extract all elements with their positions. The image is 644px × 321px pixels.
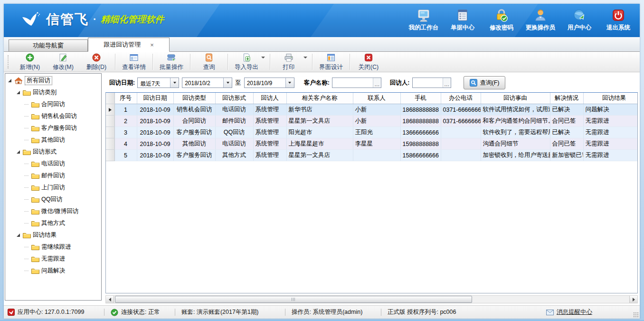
import-export-button[interactable]: 导入导出 <box>230 51 268 72</box>
table-cell[interactable]: 问题解决 <box>583 104 638 116</box>
table-cell[interactable]: 无需跟进 <box>583 127 638 138</box>
table-cell[interactable]: 合同已签 <box>550 116 583 127</box>
tree-item[interactable]: 电话回访 <box>5 158 101 170</box>
table-cell[interactable]: 4 <box>114 138 137 150</box>
column-header[interactable]: 序号 <box>114 93 137 104</box>
table-cell[interactable]: 星星第一文具店 <box>286 150 353 161</box>
table-cell[interactable]: 合同已签 <box>550 138 583 150</box>
resize-grip[interactable] <box>633 312 638 317</box>
table-cell[interactable]: 系统管理 <box>253 116 286 127</box>
column-header[interactable]: 回访类型 <box>173 93 215 104</box>
row-selector[interactable] <box>106 138 114 150</box>
tree-item[interactable]: QQ回访 <box>5 194 101 205</box>
tree-item[interactable]: 合同回访 <box>5 98 101 110</box>
ellipsis-lookup-icon[interactable]: … <box>373 78 381 88</box>
expand-triangle-icon[interactable] <box>17 91 20 94</box>
table-cell[interactable]: 2018-10-09 <box>137 116 173 127</box>
tree-item[interactable]: 无需跟进 <box>5 253 101 265</box>
table-cell[interactable] <box>353 150 400 161</box>
query-button[interactable]: 查询 <box>192 51 226 72</box>
tree-item[interactable]: 客户服务回访 <box>5 122 101 134</box>
tree-group-1[interactable]: 回访形式 <box>5 146 101 158</box>
dropdown-caret-icon[interactable] <box>303 57 307 58</box>
tree-item[interactable]: 邮件回访 <box>5 170 101 182</box>
date-to-picker[interactable]: 2018/10/9 <box>244 78 294 88</box>
view-details-button[interactable]: 查看详情 <box>117 51 151 72</box>
search-button[interactable]: 查询(F) <box>464 76 506 89</box>
table-cell[interactable]: 无需跟进 <box>583 116 638 127</box>
table-cell[interactable]: 已解决 <box>550 127 583 138</box>
tab-close-icon[interactable]: × <box>150 41 154 49</box>
table-cell[interactable]: 小新 <box>353 104 400 116</box>
expand-triangle-icon[interactable] <box>8 79 11 82</box>
table-cell[interactable]: 已解决 <box>550 104 583 116</box>
visitor-field[interactable] <box>413 78 443 88</box>
column-header[interactable]: 回访形式 <box>215 93 253 104</box>
table-cell[interactable]: 无需跟进 <box>583 138 638 150</box>
table-cell[interactable]: 邮件回访 <box>215 116 253 127</box>
table-cell[interactable]: 5 <box>114 150 137 161</box>
dropdown-caret-icon[interactable] <box>261 57 265 58</box>
table-cell[interactable]: 2018-10-09 <box>137 104 173 116</box>
table-cell[interactable]: 其他方式 <box>215 150 253 161</box>
edit-button[interactable]: 修改(M) <box>47 51 80 72</box>
table-cell[interactable]: 和客户沟通签约合同细节。 <box>481 116 550 127</box>
date-range-select[interactable]: 最近7天 <box>137 78 179 88</box>
tree-item[interactable]: 问题解决 <box>5 265 101 277</box>
table-cell[interactable]: 1 <box>114 104 137 116</box>
table-cell[interactable]: 0371-66666666 <box>441 116 481 127</box>
nav-exit-system[interactable]: 退出系统 <box>599 8 638 32</box>
table-cell[interactable]: 15988888888 <box>400 138 441 150</box>
customer-name-field[interactable] <box>332 78 373 88</box>
table-cell[interactable]: 18688888888 <box>400 104 441 116</box>
table-cell[interactable]: 客户服务回访 <box>173 150 215 161</box>
table-cell[interactable]: 销售机会回访 <box>173 104 215 116</box>
column-header[interactable]: 联系人 <box>353 93 400 104</box>
tab-function-navigator[interactable]: 功能导航窗 <box>9 39 88 51</box>
column-header[interactable]: 手机 <box>400 93 441 104</box>
ui-design-button[interactable]: 界面设计 <box>314 51 348 72</box>
table-cell[interactable] <box>441 138 481 150</box>
table-cell[interactable]: 2018-10-09 <box>137 150 173 161</box>
expand-triangle-icon[interactable] <box>17 150 20 154</box>
table-cell[interactable]: 上海星星超市 <box>286 138 353 150</box>
tree-item[interactable]: 上门回访 <box>5 182 101 194</box>
nav-change-password[interactable]: 修改密码 <box>482 8 521 32</box>
table-cell[interactable]: 15866666666 <box>400 150 441 161</box>
tree-item[interactable]: 微信/微博回访 <box>5 205 101 217</box>
table-cell[interactable] <box>441 127 481 138</box>
column-header[interactable]: 办公电话 <box>441 93 481 104</box>
table-cell[interactable]: QQ回访 <box>215 127 253 138</box>
table-row[interactable]: 42018-10-09其他回访电话回访系统管理上海星星超市李星星15988888… <box>106 138 638 150</box>
chevron-down-icon[interactable] <box>285 78 294 88</box>
table-cell[interactable]: 小新 <box>353 116 400 127</box>
column-header[interactable]: 回访结果 <box>583 93 638 104</box>
scrollbar-thumb[interactable] <box>115 296 472 303</box>
column-header[interactable]: 相关客户名称 <box>286 93 353 104</box>
tree-item[interactable]: 其他回访 <box>5 134 101 146</box>
expand-triangle-icon[interactable] <box>17 233 20 237</box>
table-cell[interactable]: 王阳光 <box>353 127 400 138</box>
tree-item[interactable]: 销售机会回访 <box>5 110 101 122</box>
scroll-left-arrow-icon[interactable] <box>106 296 114 303</box>
row-selector[interactable] <box>106 104 114 116</box>
tree-group-0[interactable]: 回访类别 <box>5 87 101 98</box>
table-cell[interactable]: 软件收到了，需要远程帮用户 <box>481 127 550 138</box>
table-cell[interactable]: 系统管理 <box>253 127 286 138</box>
table-cell[interactable]: 13666666666 <box>400 127 441 138</box>
table-cell[interactable]: 阳光超市 <box>286 127 353 138</box>
table-cell[interactable]: 加密锁收到，给用户寄送新的 <box>481 150 550 161</box>
row-selector[interactable] <box>106 127 114 138</box>
table-cell[interactable]: 无需跟进 <box>583 150 638 161</box>
table-cell[interactable]: 系统管理 <box>253 138 286 150</box>
add-button[interactable]: 新增(N) <box>13 51 47 72</box>
table-cell[interactable]: 李星星 <box>353 138 400 150</box>
table-cell[interactable]: 系统管理 <box>253 104 286 116</box>
table-row[interactable]: 52018-10-09客户服务回访其他方式系统管理星星第一文具店15866666… <box>106 150 638 161</box>
ellipsis-lookup-icon[interactable]: … <box>443 78 451 88</box>
tree-group-2[interactable]: 回访结果 <box>5 229 101 241</box>
table-cell[interactable]: 其他回访 <box>173 138 215 150</box>
scroll-right-arrow-icon[interactable] <box>629 296 637 303</box>
row-selector[interactable] <box>106 150 114 161</box>
table-cell[interactable]: 星星第一文具店 <box>286 116 353 127</box>
